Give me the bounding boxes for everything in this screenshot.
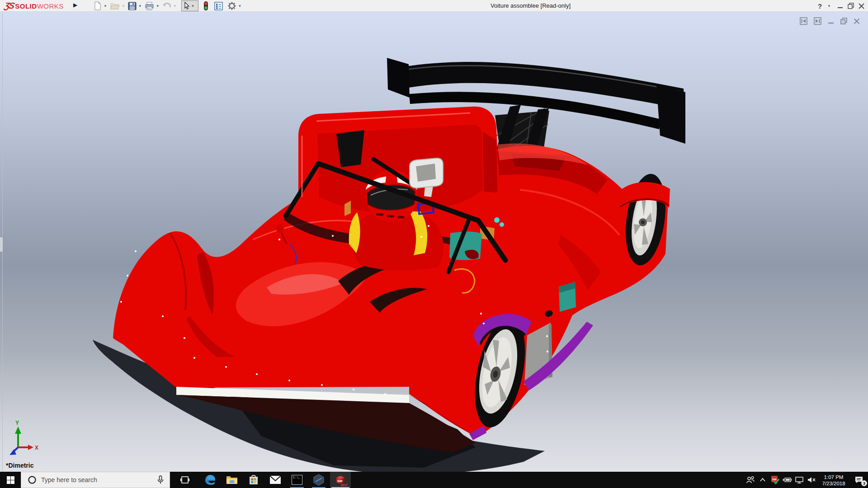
select-tool-button[interactable]: ▼ [181, 0, 198, 11]
sw-check-icon: sw [770, 475, 779, 484]
minimize-button[interactable] [837, 0, 843, 11]
close-icon [859, 3, 864, 9]
people-icon [746, 476, 755, 484]
document-window-controls [800, 17, 860, 25]
doc-close-button[interactable] [854, 18, 860, 24]
file-explorer-icon [226, 475, 238, 485]
options-button[interactable] [226, 0, 237, 11]
search-input[interactable] [41, 476, 145, 483]
cyan-detail [500, 222, 504, 227]
taskbar-item-edge[interactable] [200, 472, 221, 488]
hexagon-app-icon [313, 474, 325, 486]
cockpit-intake [336, 130, 364, 167]
taskbar-item-hexagon-app[interactable] [308, 472, 329, 488]
open-icon [110, 2, 120, 10]
help-caret-icon[interactable]: ▼ [827, 4, 831, 8]
select-caret-icon[interactable]: ▼ [191, 4, 195, 8]
new-document-icon [94, 1, 102, 10]
cortana-icon [28, 475, 37, 484]
start-button[interactable] [0, 472, 21, 488]
taskbar-item-solidworks[interactable]: SW 2017 [330, 472, 351, 488]
side-mirror [276, 224, 284, 232]
triad-y-label: Y [15, 420, 19, 426]
menu-expand-arrow-icon[interactable]: ▶ [73, 2, 77, 8]
solidworks-logo-glyph: ƷS [4, 1, 15, 11]
triad-x-label: X [35, 445, 38, 451]
evaluate-icon [214, 2, 223, 10]
cyan-detail [494, 217, 500, 223]
gear-icon [227, 1, 236, 10]
print-button[interactable] [144, 0, 155, 11]
notification-badge: 3 [861, 480, 867, 486]
feature-tree-splitter-handle[interactable] [0, 237, 3, 252]
power-status[interactable] [781, 472, 793, 488]
stoplight-icon [203, 1, 209, 11]
window-controls: ? ▼ [818, 0, 864, 12]
taskbar-search[interactable] [21, 472, 170, 488]
command-prompt-icon: C:\_ [292, 475, 302, 485]
print-caret-icon[interactable]: ▼ [156, 4, 160, 8]
open-caret-icon[interactable]: ▼ [122, 4, 125, 8]
sw-letters: SW [337, 479, 343, 483]
stoplight-button[interactable] [202, 0, 210, 11]
solidworks-icon: SW 2017 [335, 474, 346, 485]
save-caret-icon[interactable]: ▼ [138, 4, 142, 8]
system-tray: sw [744, 472, 868, 488]
chevron-up-icon [760, 478, 766, 482]
quick-access-toolbar: ▼ ▼ ▼ [93, 0, 243, 12]
options-caret-icon[interactable]: ▼ [238, 4, 242, 8]
speaker-muted-icon [807, 476, 816, 483]
show-hidden-icons-button[interactable] [756, 472, 769, 488]
undo-caret-icon[interactable]: ▼ [173, 4, 177, 8]
orientation-triad: Y X [9, 420, 38, 455]
task-view-button[interactable] [175, 472, 195, 488]
select-cursor-icon [183, 2, 190, 10]
new-document-caret-icon[interactable]: ▼ [104, 4, 107, 8]
save-button[interactable] [127, 0, 137, 11]
network-status[interactable] [793, 472, 805, 488]
help-button[interactable]: ? [818, 0, 822, 11]
solidworks-logo-bold: SOLID [15, 2, 37, 10]
3d-viewport[interactable]: Y X [0, 0, 868, 488]
minimize-icon [837, 3, 843, 9]
taskbar-item-command-prompt[interactable]: C:\_ [287, 472, 307, 488]
mail-icon [269, 475, 281, 484]
pane-back-button[interactable] [800, 17, 807, 25]
restore-icon [848, 3, 854, 9]
solidworks-monitor-tray[interactable]: sw [769, 472, 781, 488]
action-center-button[interactable]: 3 [850, 472, 868, 488]
clock-date: 7/23/2018 [817, 480, 850, 487]
graphics-area[interactable]: Y X [0, 12, 868, 472]
sw-year: 2017 [340, 483, 348, 487]
evaluate-button[interactable] [213, 0, 224, 11]
pane-forward-button[interactable] [814, 17, 821, 25]
desktop: ƷS SOLID WORKS ▶ ▼ ▼ [0, 0, 868, 488]
restore-button[interactable] [848, 0, 854, 11]
undo-icon [162, 2, 171, 10]
store-icon [248, 474, 259, 486]
svg-text:sw: sw [772, 478, 777, 481]
solidworks-logo: ƷS SOLID WORKS [5, 1, 64, 11]
taskbar-clock[interactable]: 1:07 PM 7/23/2018 [817, 473, 850, 487]
window-title: Voiture assomblee [Read-only] [491, 2, 571, 9]
clock-time: 1:07 PM [817, 474, 850, 480]
volume-status[interactable] [805, 472, 817, 488]
command-prompt-label: C:\_ [293, 476, 301, 479]
taskbar-item-file-explorer[interactable] [222, 472, 242, 488]
close-button[interactable] [859, 0, 864, 11]
app-titlebar: ƷS SOLID WORKS ▶ ▼ ▼ [0, 0, 868, 12]
open-button[interactable] [109, 0, 121, 11]
save-icon [128, 2, 137, 10]
view-orientation-label: *Dimetric [6, 462, 33, 469]
print-icon [145, 2, 154, 10]
undo-button[interactable] [161, 0, 172, 11]
microphone-icon[interactable] [157, 475, 164, 484]
doc-minimize-button[interactable] [828, 18, 834, 24]
people-button[interactable] [744, 472, 756, 488]
windows-logo-icon [7, 476, 14, 484]
taskbar-item-mail[interactable] [265, 472, 286, 488]
doc-restore-button[interactable] [840, 18, 847, 24]
new-document-button[interactable] [93, 0, 103, 11]
battery-icon [782, 477, 793, 483]
taskbar-item-store[interactable] [243, 472, 264, 488]
